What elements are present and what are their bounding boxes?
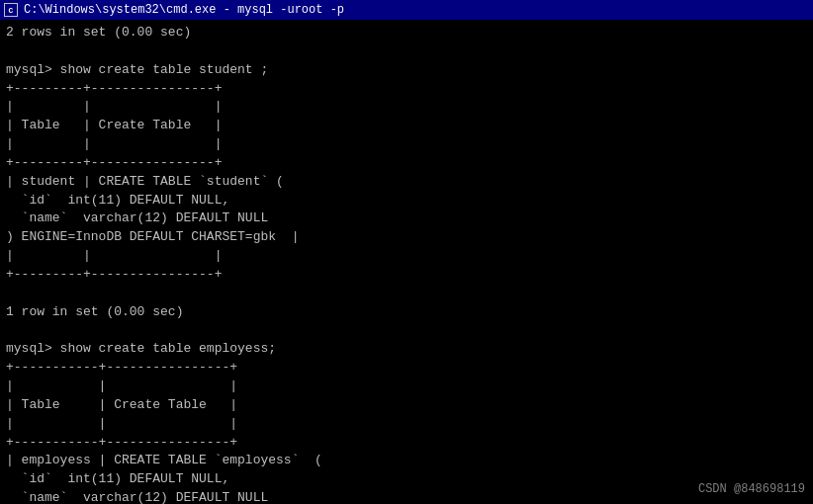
title-bar: C C:\Windows\system32\cmd.exe - mysql -u… — [0, 0, 813, 20]
title-bar-text: C:\Windows\system32\cmd.exe - mysql -uro… — [24, 3, 809, 17]
terminal[interactable]: 2 rows in set (0.00 sec) mysql> show cre… — [0, 20, 813, 504]
cmd-icon: C — [4, 3, 18, 17]
terminal-output: 2 rows in set (0.00 sec) mysql> show cre… — [6, 24, 807, 504]
watermark: CSDN @848698119 — [698, 481, 805, 498]
